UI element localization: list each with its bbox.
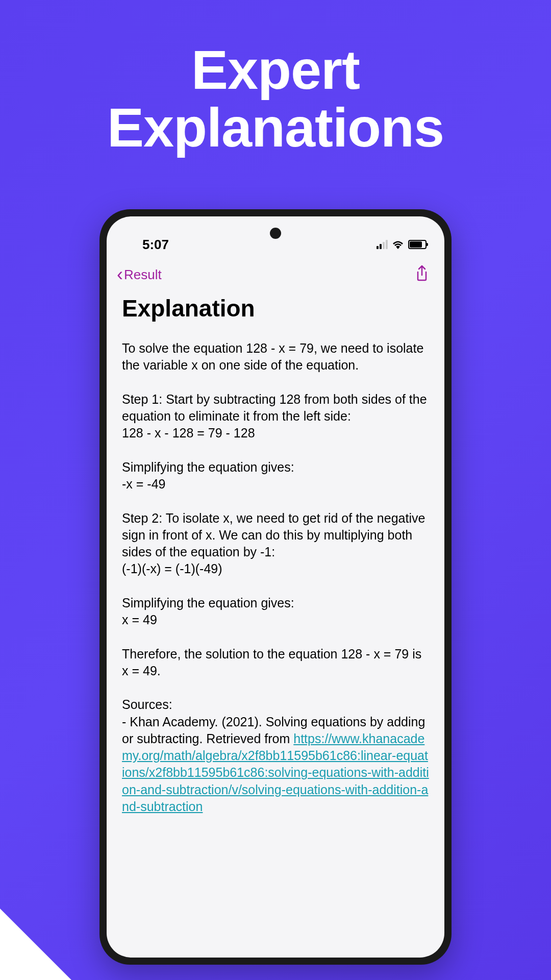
intro-text: To solve the equation 128 - x = 79, we n…	[122, 341, 427, 372]
chevron-left-icon: ‹	[117, 265, 123, 284]
simplify2-label: Simplifying the equation gives:	[122, 596, 294, 610]
back-button[interactable]: ‹ Result	[117, 265, 162, 284]
page-heading: Explanation	[122, 295, 429, 322]
phone-frame: 5:07 ‹ Result	[99, 209, 452, 965]
step1-label: Step 1: Start by subtracting 128 from bo…	[122, 392, 431, 423]
simplify2-equation: x = 49	[122, 612, 157, 627]
simplify1-equation: -x = -49	[122, 477, 165, 491]
cellular-signal-icon	[377, 240, 388, 249]
battery-icon	[408, 240, 427, 249]
explanation-body: To solve the equation 128 - x = 79, we n…	[122, 340, 429, 815]
simplify1-label: Simplifying the equation gives:	[122, 460, 294, 474]
status-time: 5:07	[142, 237, 169, 253]
corner-decoration	[0, 909, 71, 980]
status-icons	[377, 240, 427, 249]
sources-label: Sources:	[122, 697, 172, 712]
share-button[interactable]	[415, 265, 429, 284]
conclusion-text: Therefore, the solution to the equation …	[122, 647, 425, 678]
wifi-icon	[392, 240, 404, 249]
nav-bar: ‹ Result	[107, 257, 444, 292]
content-area: Explanation To solve the equation 128 - …	[107, 292, 444, 830]
hero-title-line1: Expert	[0, 41, 551, 99]
back-label: Result	[124, 267, 162, 283]
share-icon	[415, 265, 429, 282]
phone-screen: 5:07 ‹ Result	[107, 216, 444, 958]
hero-title: Expert Explanations	[0, 0, 551, 157]
hero-title-line2: Explanations	[0, 99, 551, 156]
step1-equation: 128 - x - 128 = 79 - 128	[122, 426, 255, 440]
step2-label: Step 2: To isolate x, we need to get rid…	[122, 511, 429, 559]
phone-camera	[270, 228, 281, 239]
step2-equation: (-1)(-x) = (-1)(-49)	[122, 561, 222, 576]
